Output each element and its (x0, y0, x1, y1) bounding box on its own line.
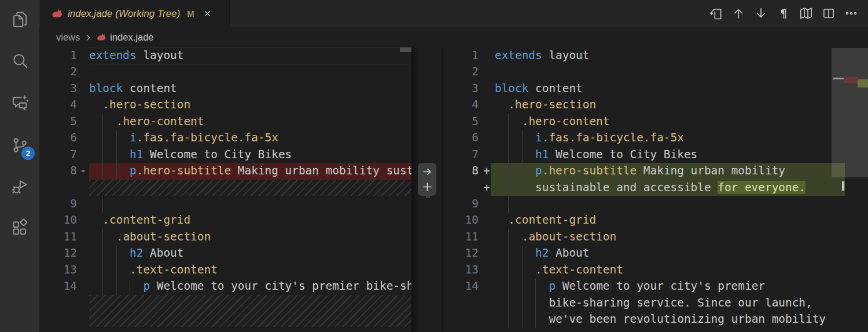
code-line[interactable]: 1extends layout (441, 48, 868, 64)
diff-sign (77, 64, 89, 80)
code-line[interactable]: 2 (441, 64, 868, 80)
code-text: p Welcome to your city's premier (495, 278, 765, 294)
diff-sign (77, 212, 89, 228)
code-line[interactable]: 14 p Welcome to your city's premier (441, 278, 868, 294)
code-line[interactable]: 4 .hero-section (441, 97, 868, 113)
breadcrumb-folder[interactable]: views (56, 32, 80, 43)
breadcrumb: views index.jade (39, 27, 868, 48)
diff-editor-original[interactable]: 1extends layout23block content4 .hero-se… (40, 48, 411, 332)
code-line[interactable]: 6 i.fas.fa-bicycle.fa-5x (40, 130, 411, 146)
code-line[interactable]: 8+ p.hero-subtitle Making urban mobility (441, 163, 868, 179)
diff-sign (479, 147, 495, 163)
code-text: p.hero-subtitle Making urban mobility su… (89, 163, 411, 179)
code-line[interactable]: we've been revolutionizing urban mobilit… (441, 311, 868, 327)
code-line[interactable]: 11 .about-section (441, 229, 868, 245)
code-line[interactable]: 5 .hero-content (40, 114, 411, 130)
code-line[interactable]: 5 .hero-content (441, 114, 868, 130)
search-icon[interactable] (0, 46, 39, 75)
code-line[interactable]: 13 .text-content (40, 262, 411, 278)
tab-index-jade-working-tree[interactable]: index.jade (Working Tree) M (40, 0, 230, 27)
line-number (441, 311, 479, 327)
code-line[interactable]: 3block content (40, 81, 411, 97)
pug-file-icon (51, 8, 62, 20)
code-text: sustainable and accessible for everyone. (495, 180, 806, 196)
code-line[interactable]: 6 i.fas.fa-bicycle.fa-5x (441, 130, 868, 146)
code-line[interactable]: 11 .about-section (40, 229, 411, 245)
line-number: 4 (441, 97, 479, 113)
code-line[interactable]: 9 (441, 196, 868, 212)
code-line[interactable]: 2 (40, 64, 411, 80)
line-number: 6 (40, 130, 77, 146)
code-text: i.fas.fa-bicycle.fa-5x (89, 130, 278, 146)
code-text: .text-content (495, 262, 623, 278)
diff-sign (77, 147, 89, 163)
code-line[interactable]: 9 (40, 196, 411, 212)
code-line[interactable]: 12 h2 About (441, 245, 868, 261)
split-editor-icon[interactable] (820, 5, 837, 22)
previous-change-icon[interactable] (730, 5, 747, 22)
code-line[interactable]: 8- p.hero-subtitle Making urban mobility… (40, 163, 411, 179)
more-actions-icon[interactable] (843, 5, 860, 22)
line-number: 8 (40, 163, 77, 179)
line-number: 3 (441, 81, 479, 97)
diff-sign: + (479, 163, 495, 179)
diff-sign (77, 196, 89, 212)
diff-sign (479, 81, 495, 97)
code-text: .about-section (89, 229, 211, 245)
code-line[interactable]: 7 h1 Welcome to City Bikes (40, 147, 411, 163)
line-number: 9 (40, 196, 77, 212)
activity-bar: 2 (0, 0, 39, 332)
code-text: .content-grid (495, 212, 596, 228)
line-number (441, 180, 479, 196)
line-number: 11 (40, 229, 77, 245)
close-icon[interactable] (203, 9, 212, 19)
vscode-diff-window: 2 index.jade (Workin (0, 0, 868, 332)
line-number: 11 (441, 229, 479, 245)
code-line[interactable]: 7 h1 Welcome to City Bikes (441, 147, 868, 163)
open-changes-icon[interactable] (707, 5, 724, 22)
line-number: 1 (441, 48, 479, 64)
revert-change-arrow-icon[interactable] (421, 165, 433, 178)
chevron-right-icon (83, 33, 93, 42)
diff-sign: - (77, 163, 89, 179)
map-icon[interactable] (797, 5, 815, 22)
diff-sign (77, 114, 89, 130)
code-line[interactable]: bike-sharing service. Since our launch, (441, 295, 868, 311)
breadcrumb-file[interactable]: index.jade (110, 32, 153, 43)
code-text: .hero-content (495, 114, 609, 130)
next-change-icon[interactable] (752, 5, 770, 22)
minimap-slider[interactable] (832, 48, 868, 177)
line-number: 7 (441, 147, 479, 163)
add-change-plus-icon[interactable] (421, 181, 433, 194)
code-line[interactable]: 10 .content-grid (441, 212, 868, 228)
diff-sign: + (479, 180, 495, 196)
code-text: h2 About (89, 245, 183, 261)
run-debug-icon[interactable] (0, 172, 39, 201)
code-line[interactable]: 10 .content-grid (40, 212, 411, 228)
code-line[interactable]: 3block content (441, 81, 868, 97)
code-line[interactable]: + sustainable and accessible for everyon… (441, 180, 868, 196)
collapsed-diff-filler (89, 180, 411, 196)
diff-sign (479, 245, 495, 261)
code-text: block content (89, 81, 177, 97)
explorer-icon[interactable] (0, 5, 39, 34)
line-number: 12 (441, 245, 479, 261)
diff-editor-modified[interactable]: 1extends layout23block content4 .hero-se… (441, 48, 868, 332)
diff-sign (77, 48, 89, 64)
extensions-icon[interactable] (0, 213, 39, 242)
code-line[interactable]: 13 .text-content (441, 262, 868, 278)
code-line[interactable]: 4 .hero-section (40, 97, 411, 113)
line-number: 5 (441, 114, 479, 130)
chat-copilot-icon[interactable] (0, 88, 39, 117)
line-number: 10 (441, 212, 479, 228)
modified-badge: M (187, 9, 194, 19)
toggle-whitespace-icon[interactable]: ¶ (775, 5, 792, 22)
source-control-icon[interactable]: 2 (0, 130, 39, 159)
code-line[interactable]: 12 h2 About (40, 245, 411, 261)
code-line[interactable]: 1extends layout (40, 48, 411, 64)
code-line[interactable]: 14 p Welcome to your city's premier bike… (40, 278, 411, 294)
line-number: 12 (40, 245, 77, 261)
line-number: 6 (441, 130, 479, 146)
collapsed-diff-filler (89, 295, 411, 328)
minimap-deleted-mark (844, 77, 858, 83)
